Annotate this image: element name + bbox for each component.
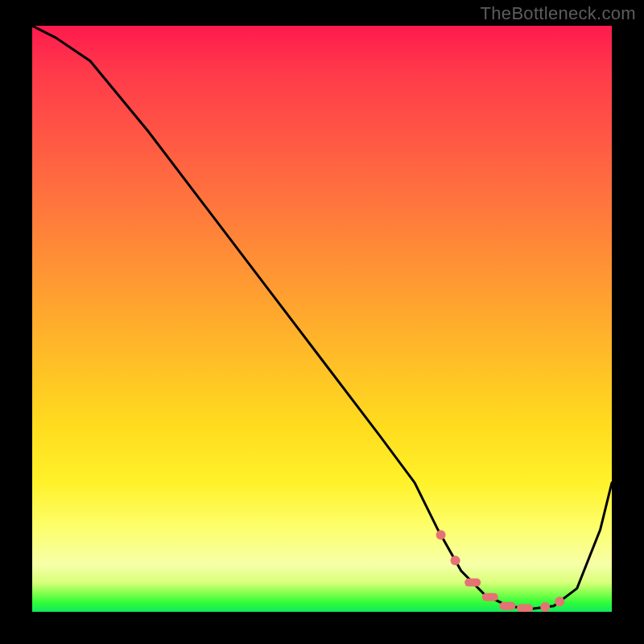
watermark-text: TheBottleneck.com xyxy=(481,3,636,24)
plot-area xyxy=(32,26,612,612)
curve-dash xyxy=(464,579,481,587)
curve-dash xyxy=(517,605,533,613)
curve-dot xyxy=(436,530,446,540)
curve-layer xyxy=(32,26,612,612)
curve-dash xyxy=(499,602,515,610)
curve-dash xyxy=(482,593,498,601)
curve-markers xyxy=(436,530,565,613)
chart-container: TheBottleneck.com xyxy=(0,0,644,644)
bottleneck-curve xyxy=(32,26,612,609)
curve-dot xyxy=(451,555,460,565)
curve-dot xyxy=(540,602,550,612)
curve-dot xyxy=(555,597,564,606)
